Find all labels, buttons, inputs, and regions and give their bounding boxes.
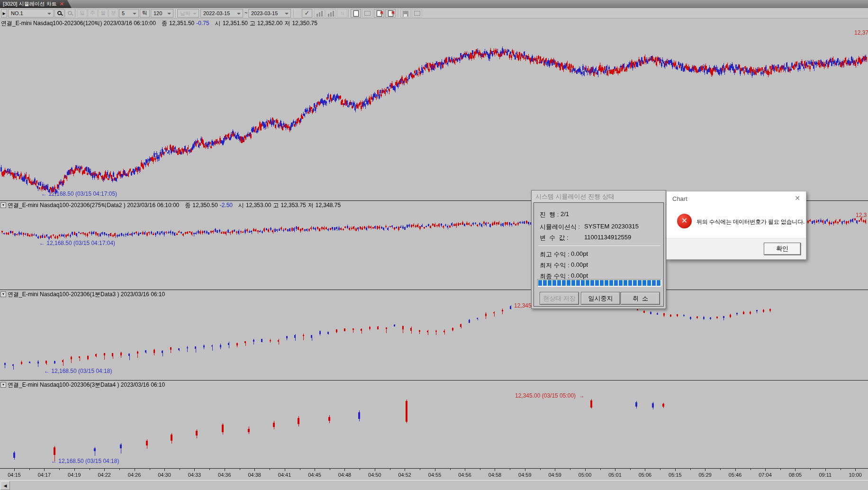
collapse-icon[interactable]: ▼: [0, 202, 6, 208]
updown-button[interactable]: ↑↓: [337, 9, 347, 18]
panel-divider: [0, 290, 868, 290]
toolbar-separator: [398, 9, 399, 18]
chevron-down-icon: [285, 13, 289, 15]
right-arrow-icon: →: [579, 392, 585, 399]
tab-simulation-chart[interactable]: [3020] 시뮬레이션 차트✕: [0, 0, 72, 8]
period-button-2[interactable]: 월: [98, 9, 108, 18]
dialog-button-0[interactable]: 현상태 저장: [540, 292, 579, 305]
date-type-select[interactable]: 날짜: [177, 9, 199, 18]
date-type-value: 날짜: [180, 10, 190, 16]
time-label: 04:58: [488, 472, 502, 478]
close-label: 종: [185, 202, 190, 209]
time-label: 05:00: [579, 472, 592, 478]
low-value: 12,350.75: [292, 20, 317, 27]
time-label: 04:48: [338, 472, 352, 478]
volume-button[interactable]: [326, 9, 336, 18]
row-label: 진 행 :: [540, 211, 559, 218]
close-label: 종: [162, 20, 167, 27]
bar-chart-icon: [316, 11, 323, 17]
time-label: 07:04: [759, 472, 772, 478]
dialog-button-1[interactable]: 일시중지: [581, 292, 620, 305]
error-x-glyph: ✕: [681, 217, 687, 225]
save-button[interactable]: [400, 9, 411, 18]
scroll-left-button[interactable]: ◀: [0, 481, 10, 490]
error-message: 뒤의 수식에는 데이터번호가 필요 없습니다.: [696, 218, 805, 226]
tick-count-value: 120: [154, 10, 162, 16]
open-label: 시: [238, 202, 244, 209]
end-date-select[interactable]: 2023-03-15: [248, 9, 291, 18]
symbol-select[interactable]: NO.1: [8, 9, 54, 18]
time-label: 08:05: [789, 472, 802, 478]
export-button[interactable]: [412, 9, 422, 18]
time-label: 04:41: [278, 472, 291, 478]
search-button[interactable]: [54, 9, 64, 18]
time-label: 04:33: [188, 472, 201, 478]
tick-button[interactable]: 틱: [140, 9, 150, 18]
profit-label: 최종 수익 :: [540, 272, 570, 280]
low-label: 저: [308, 202, 314, 209]
low-marker-annotation: ← 12,168.50 (03/15 04:18): [51, 458, 119, 464]
low-value: 12,348.75: [316, 202, 341, 209]
time-label: 04:50: [368, 472, 381, 478]
new-chart-button[interactable]: [351, 9, 361, 18]
panel3-title: 연결_E-mini Nasdaq100-202306(1분Data3 ) 202…: [8, 291, 165, 298]
panel1-header: 연결_E-mini Nasdaq100-202306(120틱) 2023/03…: [0, 19, 868, 27]
time-label: 05:15: [669, 472, 682, 478]
profit-value: 0.00pt: [571, 272, 588, 279]
collapse-icon[interactable]: ▼: [0, 291, 6, 297]
error-icon: ✕: [677, 214, 692, 228]
search-minus-button[interactable]: [65, 9, 75, 18]
time-label: 04:52: [398, 472, 411, 478]
chart-recalc-button[interactable]: R: [374, 9, 384, 18]
row-value: 11001134912559: [584, 234, 631, 241]
close-value: 12,351.50: [169, 20, 194, 27]
dialog-button-2[interactable]: 취 소: [621, 292, 660, 305]
dialog-title[interactable]: 시스템 시뮬레이션 진행 상태: [532, 191, 666, 202]
time-label: 04:55: [428, 472, 442, 478]
toolbar-separator: [175, 9, 176, 18]
time-axis: 04:1504:1704:1904:2204:2604:3004:3304:36…: [0, 469, 868, 480]
left-arrow-icon: ◀: [4, 483, 7, 488]
change-value: -0.75: [196, 20, 209, 27]
dialog-footer: 확인: [667, 238, 806, 259]
indicator-button[interactable]: [314, 9, 325, 18]
copy-recalc-button[interactable]: R: [385, 9, 396, 18]
period-count-select[interactable]: 5: [119, 9, 139, 18]
time-label: 09:11: [819, 472, 832, 478]
progress-row: 진 행 :2/1: [540, 210, 559, 219]
dialog-title[interactable]: Chart: [672, 195, 687, 202]
trendline-button[interactable]: ✓: [302, 9, 312, 18]
progress-fill: [538, 280, 660, 286]
time-label: 04:45: [308, 472, 321, 478]
panel3-header: ▼ 연결_E-mini Nasdaq100-202306(1분Data3 ) 2…: [0, 290, 868, 299]
price-marker: 12,37: [854, 29, 868, 36]
ok-button[interactable]: 확인: [764, 243, 801, 255]
period-button-0[interactable]: 일: [77, 9, 87, 18]
period-button-3[interactable]: 분: [108, 9, 118, 18]
high-value: 12,353.75: [280, 202, 306, 209]
tab-close-icon[interactable]: ✕: [60, 1, 64, 7]
collapse-icon[interactable]: ▼: [0, 382, 6, 388]
chevron-down-icon: [237, 13, 241, 15]
panel2-title: 연결_E-mini Nasdaq100-202306(275틱Data2 ) 2…: [8, 202, 179, 209]
period-button-1[interactable]: 주: [88, 9, 98, 18]
horizontal-scrollbar[interactable]: ◀: [0, 480, 868, 490]
time-label: 05:06: [639, 472, 652, 478]
start-date-select[interactable]: 2022-03-15: [200, 9, 243, 18]
close-icon[interactable]: ✕: [795, 194, 800, 202]
open-label: 시: [215, 20, 221, 27]
toolbar: ▶ NO.1 일주월분 5 틱 120 날짜 2022-03-15 ~ 2023…: [0, 8, 868, 18]
separator: [538, 245, 660, 246]
screen-button[interactable]: [362, 9, 372, 18]
period-count-value: 5: [122, 10, 125, 16]
row-label: 시뮬레이션식 :: [540, 223, 580, 230]
start-date-value: 2022-03-15: [203, 10, 230, 16]
tick-count-select[interactable]: 120: [151, 9, 173, 18]
time-label: 04:59: [548, 472, 561, 478]
row-value: 2/1: [561, 210, 569, 218]
row-value: SYSTEM 20230315: [584, 223, 639, 230]
nav-expand-button[interactable]: ▶: [1, 9, 7, 18]
toolbar-separator: [294, 9, 295, 18]
chevron-down-icon: [193, 13, 197, 15]
r-badge: R: [380, 9, 384, 17]
